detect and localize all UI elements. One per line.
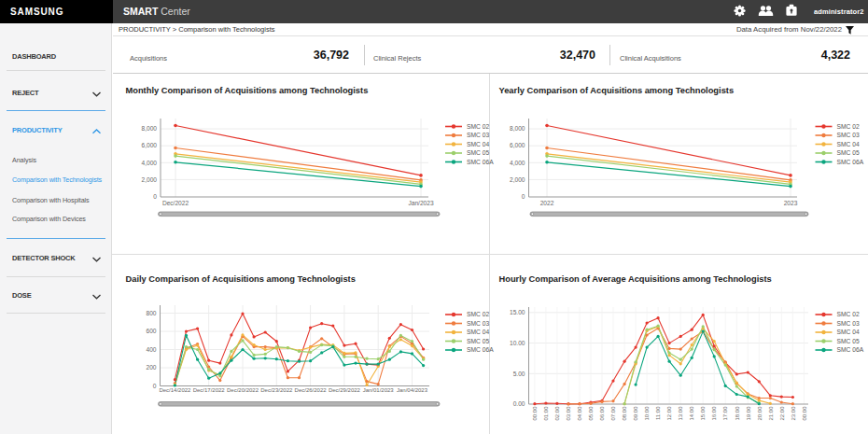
svg-text:8,000: 8,000 bbox=[141, 125, 157, 132]
svg-text:10:00: 10:00 bbox=[644, 406, 650, 421]
svg-text:SMC 02: SMC 02 bbox=[467, 123, 489, 130]
svg-text:15.00: 15.00 bbox=[510, 309, 525, 315]
svg-text:2,000: 2,000 bbox=[510, 176, 525, 183]
svg-text:23:00: 23:00 bbox=[791, 406, 796, 421]
svg-text:Dec/23/2022: Dec/23/2022 bbox=[260, 387, 293, 393]
svg-text:SMC 05: SMC 05 bbox=[467, 338, 489, 344]
svg-text:21:00: 21:00 bbox=[768, 406, 774, 421]
svg-text:SMC 03: SMC 03 bbox=[837, 320, 860, 327]
svg-text:0.00: 0.00 bbox=[513, 400, 525, 407]
svg-text:SMC 06A: SMC 06A bbox=[467, 346, 494, 353]
svg-text:20:00: 20:00 bbox=[757, 406, 763, 421]
svg-text:0: 0 bbox=[153, 383, 157, 389]
svg-text:Dec/17/2022: Dec/17/2022 bbox=[193, 387, 226, 393]
svg-text:4,000: 4,000 bbox=[510, 160, 525, 166]
svg-text:12:00: 12:00 bbox=[666, 406, 672, 421]
svg-text:09:00: 09:00 bbox=[633, 406, 638, 421]
svg-text:19:00: 19:00 bbox=[746, 406, 751, 421]
svg-text:15:00: 15:00 bbox=[700, 406, 706, 421]
svg-text:SMC 03: SMC 03 bbox=[467, 320, 489, 327]
svg-text:Dec/2022: Dec/2022 bbox=[162, 200, 189, 206]
svg-text:04:00: 04:00 bbox=[577, 406, 582, 421]
svg-text:6,000: 6,000 bbox=[510, 142, 525, 148]
svg-text:Monthly Comparison of Acquisit: Monthly Comparison of Acquisitions among… bbox=[126, 86, 369, 95]
svg-text:11:00: 11:00 bbox=[655, 406, 661, 420]
svg-text:02:00: 02:00 bbox=[554, 406, 560, 421]
svg-text:18:00: 18:00 bbox=[735, 406, 740, 421]
svg-text:SMC 05: SMC 05 bbox=[837, 149, 860, 156]
svg-text:8,000: 8,000 bbox=[510, 125, 525, 132]
svg-text:Jan/2023: Jan/2023 bbox=[408, 200, 433, 206]
svg-text:SMC 04: SMC 04 bbox=[837, 329, 860, 335]
svg-text:SMC 03: SMC 03 bbox=[467, 132, 489, 138]
svg-text:Daily Comparison of Acquisitio: Daily Comparison of Acquisitions among T… bbox=[126, 274, 356, 284]
svg-text:SMC 05: SMC 05 bbox=[837, 338, 860, 344]
svg-text:800: 800 bbox=[146, 310, 156, 316]
svg-text:Yearly Comparison of Acquisiti: Yearly Comparison of Acquisitions among … bbox=[499, 86, 735, 95]
svg-text:SMC 02: SMC 02 bbox=[467, 311, 489, 317]
svg-text:00:00: 00:00 bbox=[802, 406, 807, 421]
svg-text:2022: 2022 bbox=[540, 200, 554, 206]
svg-text:2023: 2023 bbox=[784, 200, 798, 206]
svg-text:10.00: 10.00 bbox=[510, 340, 525, 346]
svg-text:200: 200 bbox=[146, 364, 156, 371]
svg-text:00:00: 00:00 bbox=[532, 406, 538, 421]
svg-text:08:00: 08:00 bbox=[622, 406, 627, 421]
svg-text:SMC 04: SMC 04 bbox=[837, 141, 860, 147]
svg-text:SMC 06A: SMC 06A bbox=[467, 159, 494, 165]
svg-text:SMC 02: SMC 02 bbox=[837, 311, 860, 317]
svg-text:03:00: 03:00 bbox=[566, 406, 571, 421]
svg-text:Dec/29/2022: Dec/29/2022 bbox=[329, 387, 361, 393]
svg-text:600: 600 bbox=[146, 328, 156, 334]
svg-text:SMC 03: SMC 03 bbox=[837, 132, 860, 138]
svg-text:0: 0 bbox=[153, 193, 157, 200]
svg-text:Jan/01/2023: Jan/01/2023 bbox=[363, 387, 395, 393]
svg-text:6,000: 6,000 bbox=[141, 142, 157, 148]
svg-text:01:00: 01:00 bbox=[543, 406, 549, 421]
svg-text:SMC 05: SMC 05 bbox=[467, 149, 489, 156]
svg-text:06:00: 06:00 bbox=[599, 406, 605, 421]
svg-text:SMC 02: SMC 02 bbox=[837, 123, 860, 130]
svg-text:Hourly Comparison of Average A: Hourly Comparison of Average Acquisition… bbox=[499, 274, 772, 284]
svg-text:4,000: 4,000 bbox=[141, 160, 157, 166]
svg-text:Dec/14/2022: Dec/14/2022 bbox=[159, 387, 191, 393]
svg-text:Dec/26/2022: Dec/26/2022 bbox=[295, 387, 328, 393]
svg-text:0: 0 bbox=[522, 193, 525, 200]
svg-text:16:00: 16:00 bbox=[711, 406, 717, 421]
svg-text:13:00: 13:00 bbox=[678, 406, 683, 421]
svg-text:14:00: 14:00 bbox=[689, 406, 694, 421]
svg-text:400: 400 bbox=[146, 346, 156, 353]
svg-text:07:00: 07:00 bbox=[610, 406, 616, 421]
svg-text:22:00: 22:00 bbox=[779, 406, 785, 421]
svg-text:17:00: 17:00 bbox=[722, 406, 728, 421]
svg-text:SMC 04: SMC 04 bbox=[467, 329, 489, 335]
svg-text:2,000: 2,000 bbox=[141, 176, 157, 183]
svg-text:SMC 06A: SMC 06A bbox=[837, 159, 864, 165]
svg-text:5.00: 5.00 bbox=[513, 371, 525, 377]
svg-text:SMC 06A: SMC 06A bbox=[837, 346, 864, 353]
svg-text:SMC 04: SMC 04 bbox=[467, 141, 489, 147]
svg-text:Dec/20/2022: Dec/20/2022 bbox=[227, 387, 259, 393]
svg-text:05:00: 05:00 bbox=[588, 406, 594, 421]
svg-text:Jan/04/2023: Jan/04/2023 bbox=[397, 387, 428, 393]
